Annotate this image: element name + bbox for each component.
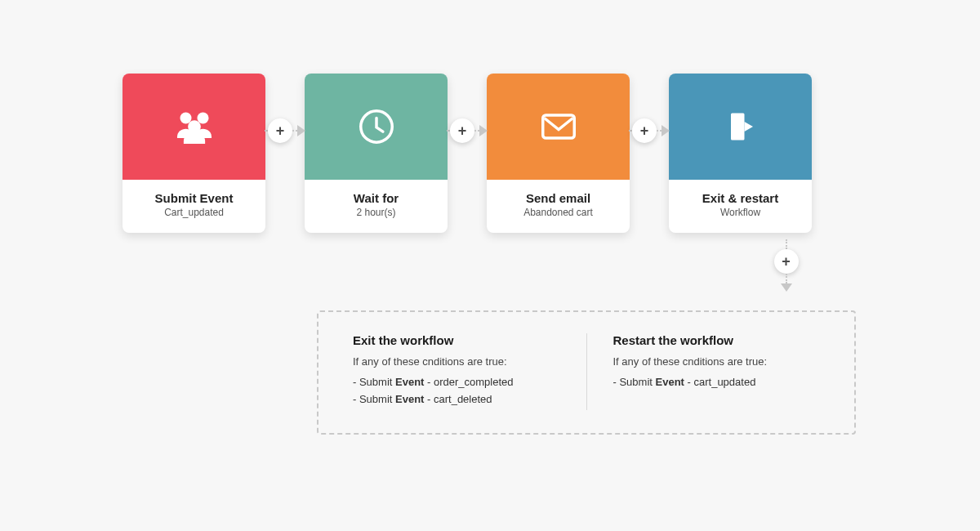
arrow-right-icon: [479, 125, 488, 136]
mail-icon: [536, 104, 581, 149]
node-subtitle: 2 hour(s): [313, 207, 439, 218]
node-body: Send email Abandoned cart: [487, 180, 630, 233]
section-sub: If any of these cnditions are true:: [613, 355, 821, 368]
node-header: [305, 74, 448, 180]
svg-rect-4: [542, 115, 574, 138]
add-step-button[interactable]: +: [774, 249, 799, 274]
clock-icon: [354, 104, 399, 149]
svg-rect-5: [731, 114, 745, 141]
conditions-panel: Exit the workflow If any of these cnditi…: [317, 310, 856, 435]
condition-item: - Submit Event - order_completed: [353, 376, 560, 388]
node-body: Exit & restart Workflow: [669, 180, 812, 233]
node-subtitle: Workflow: [677, 207, 804, 218]
users-icon: [172, 104, 217, 149]
node-title: Wait for: [313, 191, 439, 205]
node-title: Send email: [495, 191, 621, 205]
node-body: Submit Event Cart_updated: [122, 180, 265, 233]
add-step-button[interactable]: +: [268, 118, 292, 143]
arrow-down-icon: [781, 283, 792, 292]
section-sub: If any of these cnditions are true:: [353, 355, 560, 368]
node-submit-event[interactable]: Submit Event Cart_updated: [122, 74, 265, 233]
section-title: Restart the workflow: [613, 333, 821, 347]
restart-conditions: Restart the workflow If any of these cnd…: [586, 333, 847, 410]
node-wait[interactable]: Wait for 2 hour(s): [305, 74, 448, 233]
node-exit-restart[interactable]: Exit & restart Workflow: [669, 74, 812, 233]
add-step-button[interactable]: +: [450, 118, 474, 143]
condition-item: - Submit Event - cart_updated: [613, 376, 821, 388]
add-step-button[interactable]: +: [632, 118, 657, 143]
svg-point-1: [197, 113, 208, 124]
node-header: [669, 74, 812, 180]
svg-point-0: [180, 113, 191, 124]
workflow-row: Submit Event Cart_updated + Wait for: [122, 74, 812, 233]
section-title: Exit the workflow: [353, 333, 560, 347]
node-subtitle: Abandoned cart: [495, 207, 621, 218]
node-title: Exit & restart: [677, 191, 804, 205]
connector: +: [265, 118, 305, 143]
exit-conditions: Exit the workflow If any of these cnditi…: [327, 333, 586, 410]
condition-item: - Submit Event - cart_deleted: [353, 393, 560, 405]
node-send-email[interactable]: Send email Abandoned cart: [487, 74, 630, 233]
node-header: [487, 74, 630, 180]
exit-icon: [721, 107, 760, 146]
arrow-right-icon: [297, 125, 305, 136]
workflow-canvas: Submit Event Cart_updated + Wait for: [0, 0, 980, 531]
node-title: Submit Event: [131, 191, 257, 205]
node-body: Wait for 2 hour(s): [305, 180, 448, 233]
node-subtitle: Cart_updated: [131, 207, 257, 218]
connector: +: [629, 118, 670, 143]
connector-vertical: +: [786, 239, 786, 292]
node-header: [122, 74, 265, 180]
arrow-right-icon: [662, 125, 670, 136]
svg-marker-6: [744, 122, 753, 132]
connector: +: [447, 118, 488, 143]
